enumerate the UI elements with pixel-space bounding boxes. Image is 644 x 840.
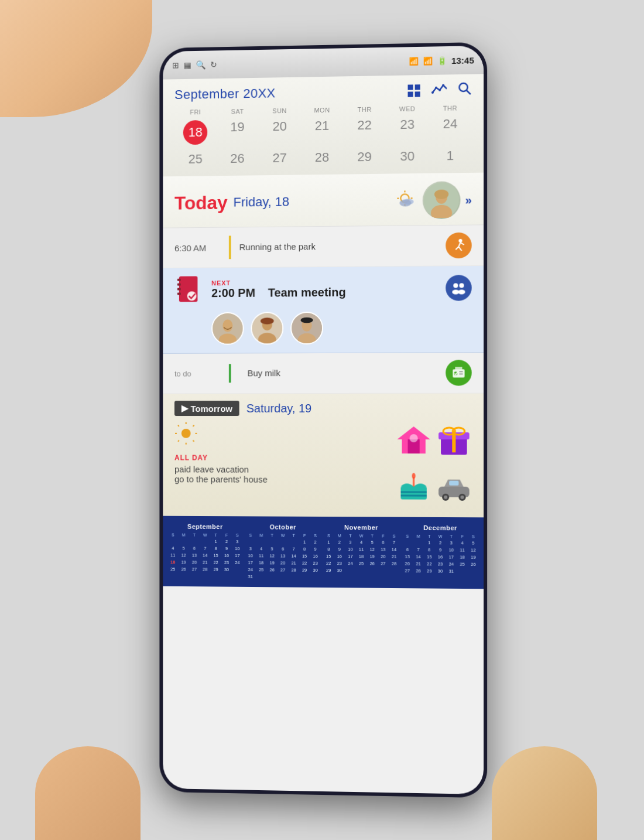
weather-icon <box>394 190 417 211</box>
today-section: Today Friday, 18 <box>163 173 484 228</box>
signal-icon: 📶 <box>423 56 432 65</box>
cal-week-1: 18 19 20 21 22 23 24 <box>174 114 472 147</box>
svg-point-17 <box>458 239 462 243</box>
allday-label: ALL DAY <box>174 454 390 463</box>
event-running[interactable]: 6:30 AM Running at the park <box>163 225 484 268</box>
sun-icon <box>174 422 390 449</box>
tomorrow-left: ALL DAY paid leave vacation go to the pa… <box>174 422 390 484</box>
message-icon: ▦ <box>184 60 191 70</box>
cal-day-23[interactable]: 23 <box>386 114 429 144</box>
cal-day-26[interactable]: 26 <box>217 148 259 169</box>
tomorrow-body: ALL DAY paid leave vacation go to the pa… <box>174 422 472 509</box>
svg-rect-72 <box>449 481 458 486</box>
running-title: Running at the park <box>239 241 316 252</box>
tomorrow-full-date: Saturday, 19 <box>246 402 311 415</box>
today-left: Today Friday, 18 <box>174 191 289 214</box>
time-display: 13:45 <box>451 55 474 66</box>
tomorrow-badge[interactable]: ▶ Tomorrow <box>174 401 239 416</box>
mini-calendars: SeptemberSMTWTFS123456789101112131415161… <box>163 516 484 589</box>
day-thr1: THR <box>343 105 386 113</box>
attendee-2 <box>251 312 284 344</box>
phone-device: ⊞ ▦ 🔍 ↻ 📶 📶 🔋 13:45 September 20XX <box>159 42 487 798</box>
cake-icon <box>396 467 431 509</box>
mini-cal-november: NovemberSMTWTFS1234567891011121314151617… <box>323 524 399 581</box>
refresh-icon: ↻ <box>210 60 217 69</box>
cal-day-27[interactable]: 27 <box>259 148 301 168</box>
user-avatar[interactable] <box>423 181 461 219</box>
svg-rect-67 <box>400 491 426 493</box>
cal-day-1[interactable]: 1 <box>429 146 471 166</box>
cal-day-30[interactable]: 30 <box>386 146 429 167</box>
hand-top <box>0 0 152 117</box>
svg-line-19 <box>455 247 458 250</box>
apps-icon: ⊞ <box>172 60 179 70</box>
attendee-3 <box>290 312 323 344</box>
tomorrow-icons <box>396 422 471 509</box>
svg-point-33 <box>222 319 232 332</box>
tomorrow-header: ▶ Tomorrow Saturday, 19 <box>174 401 472 416</box>
cal-day-24[interactable]: 24 <box>429 114 471 144</box>
today-label: Today <box>174 192 228 214</box>
today-right: » <box>394 181 471 220</box>
meeting-icon <box>446 275 472 301</box>
day-sun: SUN <box>259 107 301 115</box>
battery-icon: 🔋 <box>437 56 447 65</box>
search-button[interactable] <box>457 81 471 99</box>
wifi-icon: 📶 <box>409 57 418 66</box>
svg-point-47 <box>181 429 191 438</box>
calendar-header: September 20XX <box>163 74 484 176</box>
running-bar <box>229 235 231 259</box>
today-date[interactable]: 18 <box>183 120 207 145</box>
cal-week-2: 25 26 27 28 29 30 1 <box>174 146 472 170</box>
svg-point-76 <box>460 496 464 499</box>
svg-line-5 <box>467 90 471 94</box>
house-icon <box>396 422 431 463</box>
svg-line-53 <box>193 441 194 442</box>
mini-cal-october: OctoberSMTWTFS12345678910111213141516171… <box>245 523 321 581</box>
svg-rect-25 <box>177 288 181 291</box>
svg-line-21 <box>460 243 464 245</box>
gift-icon <box>436 422 472 463</box>
svg-point-70 <box>412 473 416 479</box>
chart-icon[interactable] <box>431 83 447 98</box>
svg-point-75 <box>444 496 447 499</box>
grid-view-icon[interactable] <box>408 84 421 97</box>
hand-bottom-right <box>492 746 597 840</box>
status-left: ⊞ ▦ 🔍 ↻ <box>172 60 217 70</box>
svg-line-54 <box>193 425 194 426</box>
running-icon <box>446 233 472 259</box>
svg-point-59 <box>410 434 418 442</box>
todo-row[interactable]: to do Buy milk <box>163 353 484 394</box>
svg-rect-24 <box>177 284 181 286</box>
mini-cal-september: SeptemberSMTWTFS123456789101112131415161… <box>167 523 242 580</box>
cal-day-20[interactable]: 20 <box>259 117 301 146</box>
car-icon <box>436 467 472 509</box>
running-details: Running at the park <box>239 240 446 252</box>
svg-point-28 <box>453 283 458 288</box>
day-fri: FRI <box>174 108 217 116</box>
cal-day-25[interactable]: 25 <box>174 149 217 169</box>
cal-day-22[interactable]: 22 <box>343 115 386 145</box>
svg-point-4 <box>459 83 467 91</box>
todo-label: to do <box>174 369 221 378</box>
svg-point-27 <box>187 291 197 301</box>
cal-day-19[interactable]: 19 <box>217 117 259 147</box>
cal-day-28[interactable]: 28 <box>301 148 344 168</box>
svg-line-55 <box>178 441 179 442</box>
team-meeting-section: NEXT 2:00 PM Team meeting <box>163 266 484 354</box>
svg-point-0 <box>431 91 434 94</box>
svg-rect-68 <box>400 494 426 496</box>
calendar-title: September 20XX <box>174 86 276 103</box>
todo-icon <box>446 360 472 385</box>
search-icon: 🔍 <box>196 60 205 70</box>
phone-screen: ⊞ ▦ 🔍 ↻ 📶 📶 🔋 13:45 September 20XX <box>163 46 484 794</box>
svg-line-52 <box>178 425 179 426</box>
cal-day-18[interactable]: 18 <box>174 118 217 148</box>
svg-point-29 <box>459 283 464 288</box>
hand-bottom-left <box>35 746 141 840</box>
svg-rect-23 <box>177 279 181 281</box>
cal-day-21[interactable]: 21 <box>301 115 344 145</box>
running-time: 6:30 AM <box>174 243 221 253</box>
expand-icon[interactable]: » <box>465 193 471 207</box>
cal-day-29[interactable]: 29 <box>343 147 386 168</box>
